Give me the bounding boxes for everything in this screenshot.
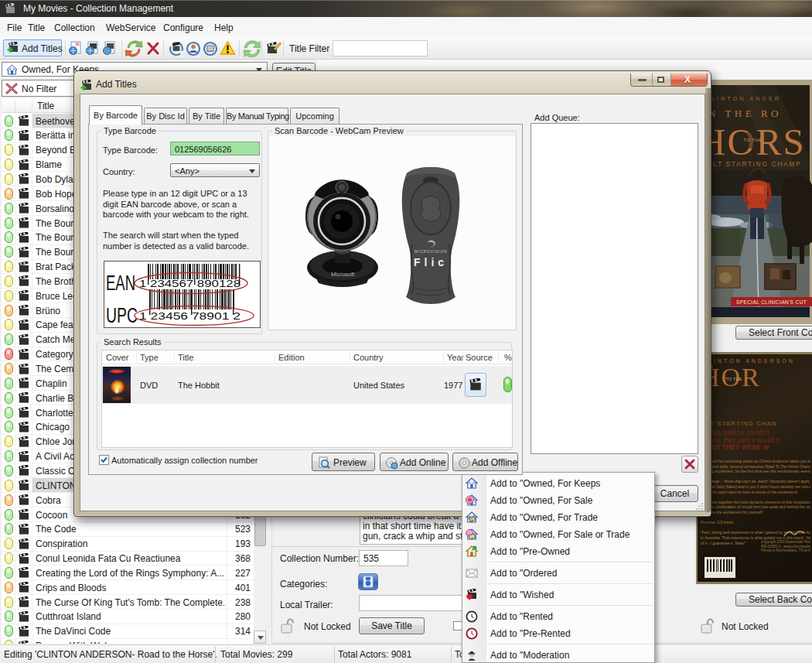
svg-text:LINTON ANDER: LINTON ANDER	[711, 96, 781, 101]
svg-text:SPECIAL CLINICIAN'S CUT: SPECIAL CLINICIAN'S CUT	[736, 299, 807, 305]
svg-text:TO THE: TO THE	[743, 138, 763, 142]
svg-text:EAN: EAN	[106, 272, 135, 295]
svg-text:Flic: Flic	[414, 256, 448, 268]
svg-text:Microsoft: Microsoft	[331, 271, 355, 278]
svg-text:OLT STARTING CHAMP: OLT STARTING CHAMP	[707, 160, 801, 168]
svg-text:N THE RO: N THE RO	[708, 108, 782, 119]
svg-text:MICROVISION: MICROVISION	[415, 249, 447, 254]
svg-text:1 23456 78901 2: 1 23456 78901 2	[139, 310, 241, 322]
svg-text:UPC: UPC	[106, 304, 138, 327]
svg-text:1 234567 890128: 1 234567 890128	[139, 278, 241, 289]
